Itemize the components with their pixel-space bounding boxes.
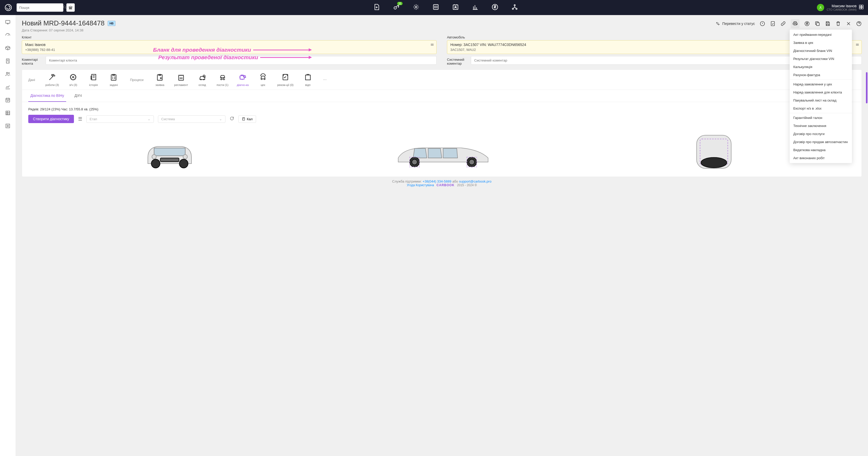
side-receipt[interactable]: [5, 58, 11, 65]
svg-rect-16: [6, 21, 10, 23]
topbar: 11 Максим Іванов СТО CARBOOK (9444): [0, 0, 868, 15]
print-item-1[interactable]: Заявка в цех: [789, 39, 852, 47]
print-item-0[interactable]: Акт приймання-передачі: [789, 31, 852, 39]
tab-zch[interactable]: з/ч (3): [63, 70, 83, 90]
svg-point-60: [701, 158, 727, 168]
arrow-icon: [253, 50, 311, 50]
tab-oglyad[interactable]: огляд: [192, 70, 213, 90]
svg-rect-26: [816, 23, 819, 25]
subtab-dxch[interactable]: ДХЧ: [72, 90, 84, 102]
save-icon[interactable]: [825, 21, 831, 27]
print-item-11[interactable]: Технічне заключення: [789, 122, 852, 130]
tab-posty[interactable]: пости (1): [213, 70, 233, 90]
bank-button[interactable]: [66, 3, 75, 12]
svg-point-50: [152, 154, 156, 159]
avatar: [817, 4, 824, 11]
print-icon[interactable]: [791, 19, 800, 28]
subtab-vin[interactable]: Діагностика по ВІНу: [28, 90, 66, 102]
print-item-2[interactable]: Діагностичний бланк VIN: [789, 47, 852, 55]
print-item-6[interactable]: Наряд-замовлення у цех: [789, 80, 852, 88]
side-monitor[interactable]: [5, 19, 11, 26]
tab-diagno[interactable]: діагно-ка: [233, 70, 253, 90]
scrollbar[interactable]: [866, 72, 867, 103]
tab-zayavka[interactable]: заявка: [150, 70, 170, 90]
user-block[interactable]: Максим Іванов СТО CARBOOK (9444): [817, 4, 857, 11]
header-actions: Перевести у статус: [715, 19, 862, 28]
menu-icon[interactable]: ☰: [78, 116, 82, 122]
tab-more[interactable]: ···: [318, 72, 332, 87]
create-diag-button[interactable]: Створити діагностику: [28, 115, 74, 123]
print-item-9[interactable]: Експорт н/з в .xlsx: [789, 105, 852, 112]
dollar-icon[interactable]: [804, 21, 810, 27]
system-select[interactable]: Система⌄: [158, 115, 225, 123]
nav-network[interactable]: [511, 3, 518, 12]
svg-rect-45: [242, 118, 244, 120]
info-icon[interactable]: [760, 21, 765, 27]
support-email[interactable]: support@carbook.pro: [459, 179, 491, 183]
svg-point-42: [264, 78, 265, 80]
help-icon[interactable]: [856, 21, 862, 27]
print-item-12[interactable]: Договір про послуги: [789, 130, 852, 138]
terms-link[interactable]: Угода Користувача: [407, 183, 434, 187]
tab-roboty[interactable]: роботи (3): [41, 70, 63, 90]
check-doc-icon[interactable]: [770, 21, 776, 27]
tab-istoria[interactable]: історія: [83, 70, 103, 90]
side-grid[interactable]: [5, 110, 11, 117]
calc-button[interactable]: Кал: [239, 115, 256, 123]
nav-keys[interactable]: 11: [393, 3, 400, 12]
print-item-4[interactable]: Калькуляція: [789, 63, 852, 71]
svg-point-55: [469, 159, 474, 165]
side-chart[interactable]: [5, 84, 11, 91]
svg-rect-46: [154, 148, 185, 156]
annotation-blank: Бланк для проведення діагностики: [153, 47, 311, 53]
copy-icon[interactable]: [814, 21, 820, 27]
side-calendar[interactable]: [5, 97, 11, 104]
tab-reglament[interactable]: регламент: [170, 70, 192, 90]
nav-contact[interactable]: [452, 3, 459, 12]
keys-badge: 11: [397, 2, 403, 5]
app-logo[interactable]: [4, 3, 12, 12]
apps-icon[interactable]: [859, 4, 864, 11]
print-item-3[interactable]: Результат діагностики VIN: [789, 55, 852, 63]
group-procesy: Процеси: [124, 73, 150, 87]
nav-sliders[interactable]: [432, 3, 439, 12]
support-phone[interactable]: +38(044) 334-5889: [423, 179, 452, 183]
print-item-8[interactable]: Пакувальний лист на склад: [789, 96, 852, 105]
search-box[interactable]: [17, 3, 63, 12]
nav-money[interactable]: [491, 3, 499, 12]
side-box[interactable]: [5, 45, 11, 52]
tab-tseh[interactable]: цех: [253, 70, 273, 90]
nav-stats[interactable]: [472, 3, 479, 12]
status-toggle[interactable]: Перевести у статус: [715, 21, 755, 26]
close-icon[interactable]: [846, 21, 851, 27]
tab-vidp[interactable]: відп: [298, 70, 318, 90]
diag-body: Рядків: 29/124 (23%) Час: 13.7/55.8 хв. …: [22, 102, 862, 177]
footer: Служба підтримки: +38(044) 334-5889 або …: [22, 177, 862, 189]
nav-add-doc[interactable]: [373, 3, 380, 12]
client-expand-icon[interactable]: [430, 42, 434, 48]
search-input[interactable]: [19, 6, 63, 9]
car-row: [28, 131, 855, 171]
print-item-14[interactable]: Видаткова накладна: [789, 146, 852, 154]
car-front[interactable]: [33, 133, 306, 170]
print-item-13[interactable]: Договір про продаж автозапчастин: [789, 138, 852, 146]
print-item-15[interactable]: Акт виконаних робіт: [789, 154, 852, 162]
tab-rekom[interactable]: реком-ції (0): [273, 70, 298, 90]
side-gauge[interactable]: [5, 32, 11, 39]
content: Новий MRD-9444-1648478 НВ Дата Створення…: [16, 15, 868, 456]
print-item-7[interactable]: Наряд-замовлення для клієнта: [789, 88, 852, 96]
refresh-icon[interactable]: [229, 116, 234, 122]
car-side[interactable]: [306, 135, 578, 168]
nav-settings[interactable]: [412, 3, 420, 12]
stage-select[interactable]: Етап⌄: [86, 115, 154, 123]
side-people[interactable]: [5, 71, 11, 78]
print-item-5[interactable]: Рахунок-фактура: [789, 71, 852, 79]
print-item-10[interactable]: Гарантійний талон: [789, 114, 852, 122]
tabs-row: Дані роботи (3) з/ч (3) історія задачі П…: [22, 70, 862, 90]
vehicle-expand-icon[interactable]: [855, 42, 860, 48]
link-icon[interactable]: [780, 21, 786, 27]
delete-icon[interactable]: [835, 21, 841, 27]
svg-point-6: [455, 6, 456, 7]
side-list[interactable]: [5, 123, 11, 130]
tab-zadachi[interactable]: задачі: [103, 70, 124, 90]
